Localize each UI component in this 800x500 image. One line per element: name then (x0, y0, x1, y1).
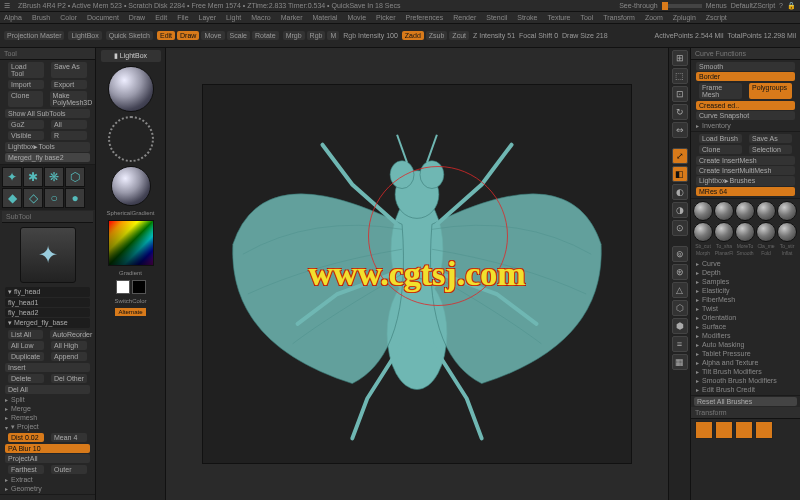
duplicate-button[interactable]: Duplicate (8, 352, 44, 361)
menu-alpha[interactable]: Alpha (4, 14, 22, 21)
brush-thumb-9[interactable] (777, 222, 797, 242)
menu-render[interactable]: Render (453, 14, 476, 21)
creased-button[interactable]: Creased ed.. (696, 101, 795, 110)
menu-marker[interactable]: Marker (281, 14, 303, 21)
delete-button[interactable]: Delete (8, 374, 44, 383)
shelf-icon-6[interactable]: ◧ (672, 166, 688, 182)
lock-icon[interactable]: 🔒 (787, 2, 796, 10)
scale-mode-button[interactable]: Scale (227, 31, 251, 40)
load-tool-button[interactable]: Load Tool (8, 62, 44, 78)
rgb-button[interactable]: Rgb (307, 31, 326, 40)
del-all-button[interactable]: Del All (5, 385, 90, 394)
all-high-button[interactable]: All High (51, 341, 87, 350)
menu-light[interactable]: Light (226, 14, 241, 21)
project-section[interactable]: ▾ Project (2, 422, 93, 432)
menu-transform[interactable]: Transform (603, 14, 635, 21)
pa-blur-slider[interactable]: PA Blur 10 (5, 444, 90, 453)
transform-btn-4[interactable] (755, 421, 773, 439)
menu-brush[interactable]: Brush (32, 14, 50, 21)
import-button[interactable]: Import (8, 80, 44, 89)
goz-visible-button[interactable]: Visible (8, 131, 44, 140)
menu-material[interactable]: Material (312, 14, 337, 21)
zcut-button[interactable]: Zcut (449, 31, 469, 40)
all-low-button[interactable]: All Low (8, 341, 44, 350)
brush-section-depth[interactable]: Depth (693, 268, 798, 277)
goz-r-button[interactable]: R (51, 131, 87, 140)
m-button[interactable]: M (327, 31, 339, 40)
menu-macro[interactable]: Macro (251, 14, 270, 21)
del-other-button[interactable]: Del Other (51, 374, 87, 383)
draw-mode-button[interactable]: Draw (177, 31, 199, 40)
curve-smooth-button[interactable]: Smooth (696, 62, 795, 71)
rgb-intensity-value[interactable]: 100 (386, 32, 398, 39)
goz-button[interactable]: GoZ (8, 120, 44, 129)
shelf-icon-2[interactable]: ⊡ (672, 86, 688, 102)
stroke-icon[interactable] (108, 116, 154, 162)
brush-section-fibermesh[interactable]: FiberMesh (693, 295, 798, 304)
menu-zoom[interactable]: Zoom (645, 14, 663, 21)
menu-color[interactable]: Color (60, 14, 77, 21)
brush-section-orientation[interactable]: Orientation (693, 313, 798, 322)
menu-zplugin[interactable]: Zplugin (673, 14, 696, 21)
brush-thumb-4[interactable] (777, 201, 797, 221)
insert-button[interactable]: Insert (5, 363, 90, 372)
brush-section-alpha-and-texture[interactable]: Alpha and Texture (693, 358, 798, 367)
shelf-icon-0[interactable]: ⊞ (672, 50, 688, 66)
menu-layer[interactable]: Layer (199, 14, 217, 21)
material-icon[interactable] (111, 166, 151, 206)
subtool-item-3[interactable]: ▾ Merged_fly_base (5, 318, 90, 328)
shelf-icon-8[interactable]: ◑ (672, 202, 688, 218)
shelf-icon-7[interactable]: ◐ (672, 184, 688, 200)
lightbox-brushes-button[interactable]: Lightbox▸Brushes (696, 176, 795, 186)
default-zscript-button[interactable]: DefaultZScript (731, 2, 775, 9)
shelf-icon-13[interactable]: ⬡ (672, 300, 688, 316)
subtool-item-0[interactable]: ▾ fly_head (5, 287, 90, 297)
menu-stencil[interactable]: Stencil (486, 14, 507, 21)
menu-file[interactable]: File (177, 14, 188, 21)
create-insertmesh-button[interactable]: Create InsertMesh (696, 156, 795, 165)
tool-thumb-7[interactable]: ● (65, 188, 85, 208)
tool-thumb-5[interactable]: ◇ (23, 188, 43, 208)
shelf-lightbox-button[interactable]: ▮ LightBox (101, 50, 161, 62)
brush-thumb-5[interactable] (693, 222, 713, 242)
outer-button[interactable]: Outer (51, 465, 87, 474)
lightbox-tools-button[interactable]: Lightbox▸Tools (5, 142, 90, 152)
tool-thumb-2[interactable]: ❋ (44, 167, 64, 187)
curve-snapshot-button[interactable]: Curve Snapshot (696, 111, 795, 120)
make-polymesh-button[interactable]: Make PolyMesh3D (50, 91, 87, 107)
seethrough-slider[interactable] (662, 4, 702, 8)
transform-btn-2[interactable] (715, 421, 733, 439)
move-mode-button[interactable]: Move (201, 31, 224, 40)
shelf-icon-10[interactable]: ⊚ (672, 246, 688, 262)
menu-draw[interactable]: Draw (129, 14, 145, 21)
mean-slider[interactable]: Mean 4 (51, 433, 87, 442)
projection-master-button[interactable]: Projection Master (4, 31, 64, 40)
create-insertmultimesh-button[interactable]: Create InsertMultiMesh (696, 166, 795, 175)
brush-thumb-1[interactable] (714, 201, 734, 221)
gradient-label[interactable]: Gradient (119, 270, 142, 276)
edit-mode-button[interactable]: Edit (157, 31, 175, 40)
current-tool-name[interactable]: Merged_fly base2 (5, 153, 90, 162)
tool-thumb-0[interactable]: ✦ (2, 167, 22, 187)
subtool-item-2[interactable]: fly_head2 (5, 308, 90, 317)
tool-thumb-3[interactable]: ⬡ (65, 167, 85, 187)
menus-button[interactable]: Menus (706, 2, 727, 9)
tool-thumb-1[interactable]: ✱ (23, 167, 43, 187)
help-icon[interactable]: ? (779, 2, 783, 9)
shelf-icon-3[interactable]: ↻ (672, 104, 688, 120)
tool-thumb-4[interactable]: ◆ (2, 188, 22, 208)
frame-mesh-button[interactable]: Frame Mesh (699, 83, 742, 99)
zsub-button[interactable]: Zsub (426, 31, 448, 40)
brush-section-curve[interactable]: Curve (693, 259, 798, 268)
shelf-icon-4[interactable]: ⇔ (672, 122, 688, 138)
zadd-button[interactable]: Zadd (402, 31, 424, 40)
mrgb-button[interactable]: Mrgb (283, 31, 305, 40)
merge-section[interactable]: Merge (2, 404, 93, 413)
rotate-mode-button[interactable]: Rotate (252, 31, 279, 40)
menu-edit[interactable]: Edit (155, 14, 167, 21)
curve-border-button[interactable]: Border (696, 72, 795, 81)
shelf-icon-14[interactable]: ⬢ (672, 318, 688, 334)
color-picker[interactable] (108, 220, 154, 266)
shelf-icon-12[interactable]: △ (672, 282, 688, 298)
farthest-button[interactable]: Farthest (8, 465, 44, 474)
